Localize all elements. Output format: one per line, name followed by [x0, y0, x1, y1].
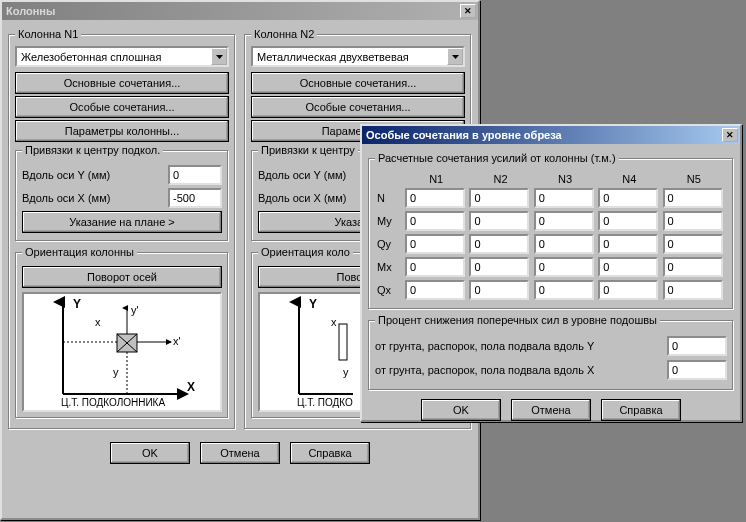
column-n1-legend: Колонна N1 [15, 28, 81, 40]
chevron-down-icon[interactable] [447, 48, 463, 65]
force-input[interactable]: 0 [469, 188, 529, 208]
col-header: N3 [534, 173, 596, 185]
svg-text:y: y [343, 366, 349, 378]
svg-text:Ц.Т.  ПОДКО: Ц.Т. ПОДКО [297, 397, 353, 408]
forces-table: N1 N2 N3 N4 N5 N 0 0 0 0 0 My 0 0 [375, 170, 727, 303]
pct-x-label: от грунта, распорок, пола подвала вдоль … [375, 364, 661, 376]
along-x-label: Вдоль оси X (мм) [22, 192, 110, 204]
column-params-button[interactable]: Параметры колонны... [15, 120, 229, 142]
svg-text:x': x' [173, 335, 181, 347]
pct-group: Процент снижения поперечных сил в уровне… [368, 314, 734, 391]
special-combinations-button[interactable]: Особые сочетания... [15, 96, 229, 118]
ok-button[interactable]: OK [421, 399, 501, 421]
table-row: Qy 0 0 0 0 0 [377, 234, 725, 254]
table-row: N 0 0 0 0 0 [377, 188, 725, 208]
force-input[interactable]: 0 [469, 211, 529, 231]
modal-button-row: OK Отмена Справка [368, 397, 734, 423]
svg-text:Ц.Т.  ПОДКОЛОННИКА: Ц.Т. ПОДКОЛОННИКА [61, 397, 165, 408]
row-label: N [377, 188, 403, 208]
forces-group: Расчетные сочетания усилий от колонны (т… [368, 152, 734, 310]
force-input[interactable]: 0 [534, 234, 594, 254]
column-type-value: Железобетонная сплошная [17, 51, 211, 63]
orientation-diagram: Y X x y y' x' [22, 292, 222, 412]
along-y-label: Вдоль оси Y (мм) [22, 169, 110, 181]
orientation-legend: Ориентация коло [258, 246, 353, 258]
force-input[interactable]: 0 [534, 257, 594, 277]
column-type-dropdown[interactable]: Металлическая двухветвевая [251, 46, 465, 67]
main-combinations-button[interactable]: Основные сочетания... [251, 72, 465, 94]
table-row: My 0 0 0 0 0 [377, 211, 725, 231]
force-input[interactable]: 0 [534, 188, 594, 208]
force-input[interactable]: 0 [663, 188, 723, 208]
forces-legend: Расчетные сочетания усилий от колонны (т… [375, 152, 619, 164]
row-label: Qy [377, 234, 403, 254]
force-input[interactable]: 0 [598, 257, 658, 277]
modal-window: Особые сочетания в уровне обреза ✕ Расче… [360, 124, 742, 422]
force-input[interactable]: 0 [663, 280, 723, 300]
row-label: My [377, 211, 403, 231]
close-icon[interactable]: ✕ [460, 4, 476, 18]
force-input[interactable]: 0 [534, 211, 594, 231]
modal-titlebar: Особые сочетания в уровне обреза ✕ [362, 126, 740, 144]
main-combinations-button[interactable]: Основные сочетания... [15, 72, 229, 94]
svg-text:y: y [113, 366, 119, 378]
table-row: Qx 0 0 0 0 0 [377, 280, 725, 300]
force-input[interactable]: 0 [469, 234, 529, 254]
row-label: Qx [377, 280, 403, 300]
bindings-group: Привязки к центру подкол. Вдоль оси Y (м… [15, 144, 229, 242]
force-input[interactable]: 0 [663, 234, 723, 254]
chevron-down-icon[interactable] [211, 48, 227, 65]
svg-text:x: x [95, 316, 101, 328]
force-input[interactable]: 0 [405, 257, 465, 277]
special-combinations-button[interactable]: Особые сочетания... [251, 96, 465, 118]
force-input[interactable]: 0 [469, 257, 529, 277]
column-n1-group: Колонна N1 Железобетонная сплошная Основ… [8, 28, 236, 430]
force-input[interactable]: 0 [663, 211, 723, 231]
orientation-legend: Ориентация колонны [22, 246, 137, 258]
force-input[interactable]: 0 [405, 188, 465, 208]
help-button[interactable]: Справка [290, 442, 370, 464]
force-input[interactable]: 0 [469, 280, 529, 300]
pct-y-input[interactable]: 0 [667, 336, 727, 356]
rotate-axes-button[interactable]: Поворот осей [22, 266, 222, 288]
force-input[interactable]: 0 [598, 280, 658, 300]
close-icon[interactable]: ✕ [722, 128, 738, 142]
ok-button[interactable]: OK [110, 442, 190, 464]
force-input[interactable]: 0 [598, 188, 658, 208]
force-input[interactable]: 0 [534, 280, 594, 300]
svg-marker-0 [216, 55, 223, 59]
svg-text:Y: Y [309, 297, 317, 311]
pct-legend: Процент снижения поперечных сил в уровне… [375, 314, 660, 326]
along-x-label: Вдоль оси X (мм) [258, 192, 346, 204]
force-input[interactable]: 0 [405, 211, 465, 231]
svg-text:y': y' [131, 304, 139, 316]
orientation-group: Ориентация колонны Поворот осей Y X [15, 246, 229, 419]
modal-title: Особые сочетания в уровне обреза [366, 129, 722, 141]
force-input[interactable]: 0 [405, 234, 465, 254]
bindings-legend: Привязки к центру подкол. [22, 144, 163, 156]
main-titlebar: Колонны ✕ [2, 2, 478, 20]
along-y-input[interactable]: 0 [168, 165, 222, 185]
force-input[interactable]: 0 [598, 211, 658, 231]
along-x-input[interactable]: -500 [168, 188, 222, 208]
cancel-button[interactable]: Отмена [200, 442, 280, 464]
help-button[interactable]: Справка [601, 399, 681, 421]
row-label: Mx [377, 257, 403, 277]
svg-text:x: x [331, 316, 337, 328]
col-header: N2 [469, 173, 531, 185]
cancel-button[interactable]: Отмена [511, 399, 591, 421]
plan-indication-button[interactable]: Указание на плане > [22, 211, 222, 233]
column-type-dropdown[interactable]: Железобетонная сплошная [15, 46, 229, 67]
main-title: Колонны [6, 5, 460, 17]
pct-x-input[interactable]: 0 [667, 360, 727, 380]
pct-y-label: от грунта, распорок, пола подвала вдоль … [375, 340, 661, 352]
main-button-row: OK Отмена Справка [8, 440, 472, 466]
svg-marker-19 [452, 55, 459, 59]
svg-text:Y: Y [73, 297, 81, 311]
col-header: N5 [663, 173, 725, 185]
column-n2-legend: Колонна N2 [251, 28, 317, 40]
col-header: N4 [598, 173, 660, 185]
force-input[interactable]: 0 [405, 280, 465, 300]
force-input[interactable]: 0 [598, 234, 658, 254]
force-input[interactable]: 0 [663, 257, 723, 277]
